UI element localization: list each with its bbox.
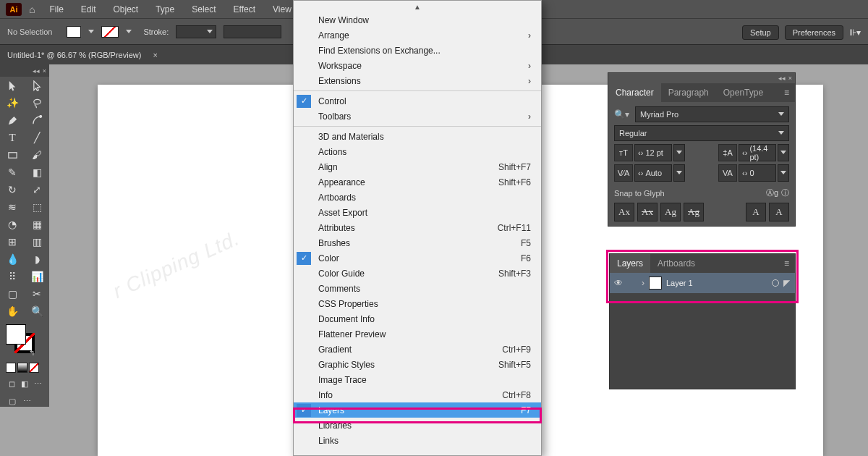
line-tool[interactable]: ╱ — [25, 129, 49, 146]
stroke-weight-input[interactable] — [176, 25, 216, 38]
close-tab-icon[interactable]: × — [153, 51, 157, 59]
font-family-select[interactable]: Myriad Pro — [635, 106, 789, 122]
menu-type[interactable]: Type — [148, 1, 182, 17]
menu-select[interactable]: Select — [184, 1, 223, 17]
swap-fill-stroke-icon[interactable]: ↰ — [29, 349, 67, 357]
graph-tool[interactable]: 📊 — [25, 268, 49, 285]
direct-selection-tool[interactable] — [25, 77, 49, 94]
tracking-dropdown[interactable] — [778, 164, 789, 182]
menu-item-gradient[interactable]: GradientCtrl+F9 — [294, 342, 541, 357]
glyph-snap-button-0[interactable]: Ax — [614, 203, 634, 221]
tab-opentype[interactable]: OpenType — [716, 83, 770, 102]
menu-item-libraries[interactable]: Libraries — [294, 418, 541, 433]
menu-object[interactable]: Object — [106, 1, 146, 17]
glyph-snap-button-5[interactable]: A — [769, 203, 789, 221]
menu-item-workspace[interactable]: Workspace› — [294, 58, 541, 73]
symbol-sprayer-tool[interactable]: ⠿ — [0, 268, 25, 285]
glyph-snap-button-1[interactable]: Ax — [637, 203, 658, 221]
close-icon[interactable]: × — [788, 75, 792, 82]
menu-item-comments[interactable]: Comments — [294, 281, 541, 296]
collapse-icon[interactable]: ◂◂ — [778, 75, 786, 82]
menu-item-actions[interactable]: Actions — [294, 144, 541, 159]
preferences-button[interactable]: Preferences — [785, 25, 843, 40]
draw-normal-button[interactable]: ◻ — [6, 377, 17, 390]
paintbrush-tool[interactable]: 🖌 — [25, 146, 49, 164]
free-transform-tool[interactable]: ⬚ — [25, 198, 49, 216]
edit-toolbar-button[interactable]: ⋯ — [20, 394, 33, 408]
eyedropper-tool[interactable]: 💧 — [0, 250, 25, 268]
menu-item-arrange[interactable]: Arrange› — [294, 28, 541, 43]
glyph-snap-button-4[interactable]: A — [746, 203, 766, 221]
menu-item-graphic-styles[interactable]: Graphic StylesShift+F5 — [294, 357, 541, 372]
type-tool[interactable]: T — [0, 129, 25, 146]
leading-dropdown[interactable] — [778, 144, 789, 161]
mesh-tool[interactable]: ⊞ — [0, 233, 25, 250]
curvature-tool[interactable] — [25, 111, 49, 129]
perspective-tool[interactable]: ▦ — [25, 216, 49, 233]
panel-menu-icon[interactable]: ≡ — [784, 258, 795, 269]
menu-item-image-trace[interactable]: Image Trace — [294, 372, 541, 387]
visibility-icon[interactable]: 👁 — [614, 278, 623, 288]
layer-name[interactable]: Layer 1 — [666, 279, 693, 287]
menu-item-appearance[interactable]: AppearanceShift+F6 — [294, 174, 541, 190]
fill-dropdown-icon[interactable] — [88, 30, 94, 34]
hand-tool[interactable]: ✋ — [0, 303, 25, 320]
selection-tool[interactable] — [0, 77, 25, 94]
rotate-tool[interactable]: ↻ — [0, 181, 25, 198]
tracking-input[interactable]: ‹› 0 — [739, 164, 776, 182]
rectangle-tool[interactable] — [0, 146, 25, 164]
scale-tool[interactable]: ⤢ — [25, 181, 49, 198]
width-tool[interactable]: ≋ — [0, 198, 25, 216]
menu-item-align[interactable]: AlignShift+F7 — [294, 159, 541, 174]
zoom-tool[interactable]: 🔍 — [25, 303, 49, 320]
font-size-input[interactable]: ‹› 12 pt — [634, 144, 672, 161]
slice-tool[interactable]: ✂ — [25, 285, 49, 303]
draw-behind-button[interactable]: ◧ — [19, 377, 30, 390]
screen-mode-button[interactable]: ▢ — [6, 394, 19, 408]
glyph-snap-button-2[interactable]: Ag — [660, 203, 681, 221]
kerning-dropdown[interactable] — [673, 164, 685, 182]
document-tab[interactable]: Untitled-1* @ 66.67 % (RGB/Preview) × — [7, 51, 158, 59]
menu-item-extensions[interactable]: Extensions› — [294, 73, 541, 88]
collapse-icon[interactable]: ◂◂ — [33, 67, 40, 75]
menu-item-find-extensions-on-exchange-[interactable]: Find Extensions on Exchange... — [294, 43, 541, 58]
align-icon[interactable]: ⊪▾ — [849, 28, 861, 38]
shaper-tool[interactable]: ✎ — [0, 164, 25, 181]
tab-paragraph[interactable]: Paragraph — [661, 83, 716, 102]
menu-item-layers[interactable]: ✓LayersF7 — [294, 402, 541, 418]
menu-file[interactable]: File — [42, 1, 70, 17]
tab-character[interactable]: Character — [608, 83, 661, 102]
font-size-dropdown[interactable] — [673, 144, 685, 161]
snap-info-icon[interactable]: ⓘ — [781, 187, 789, 198]
panel-menu-icon[interactable]: ≡ — [784, 88, 795, 98]
snap-ag-icon[interactable]: Ⓐg — [766, 187, 778, 198]
none-mode-button[interactable] — [29, 363, 39, 373]
menu-item-artboards[interactable]: Artboards — [294, 190, 541, 205]
menu-item-asset-export[interactable]: Asset Export — [294, 205, 541, 220]
menu-item-document-info[interactable]: Document Info — [294, 311, 541, 326]
home-icon[interactable]: ⌂ — [29, 4, 35, 15]
artboard-tool[interactable]: ▢ — [0, 285, 25, 303]
lasso-tool[interactable] — [25, 94, 49, 111]
document-setup-button[interactable]: Setup — [742, 25, 779, 40]
draw-inside-button[interactable]: ⋯ — [32, 377, 43, 390]
menu-item-brushes[interactable]: BrushesF5 — [294, 235, 541, 250]
color-mode-button[interactable] — [6, 363, 16, 373]
gradient-mode-button[interactable] — [17, 363, 27, 373]
magic-wand-tool[interactable]: ✨ — [0, 94, 25, 111]
brush-selector[interactable] — [224, 25, 281, 38]
glyph-snap-button-3[interactable]: Ag — [684, 203, 704, 221]
tab-layers[interactable]: Layers — [610, 254, 650, 273]
target-icon[interactable] — [772, 279, 779, 287]
menu-item-css-properties[interactable]: CSS Properties — [294, 296, 541, 311]
menu-effect[interactable]: Effect — [226, 1, 263, 17]
menu-item-attributes[interactable]: AttributesCtrl+F11 — [294, 220, 541, 235]
close-icon[interactable]: × — [43, 67, 46, 75]
stroke-swatch[interactable] — [101, 26, 119, 38]
menu-item-flattener-preview[interactable]: Flattener Preview — [294, 326, 541, 342]
tab-artboards[interactable]: Artboards — [650, 254, 702, 273]
fill-color-swatch[interactable] — [6, 324, 26, 345]
menu-item-info[interactable]: InfoCtrl+F8 — [294, 387, 541, 402]
menu-item-links[interactable]: Links — [294, 433, 541, 448]
blend-tool[interactable]: ◗ — [25, 250, 49, 268]
